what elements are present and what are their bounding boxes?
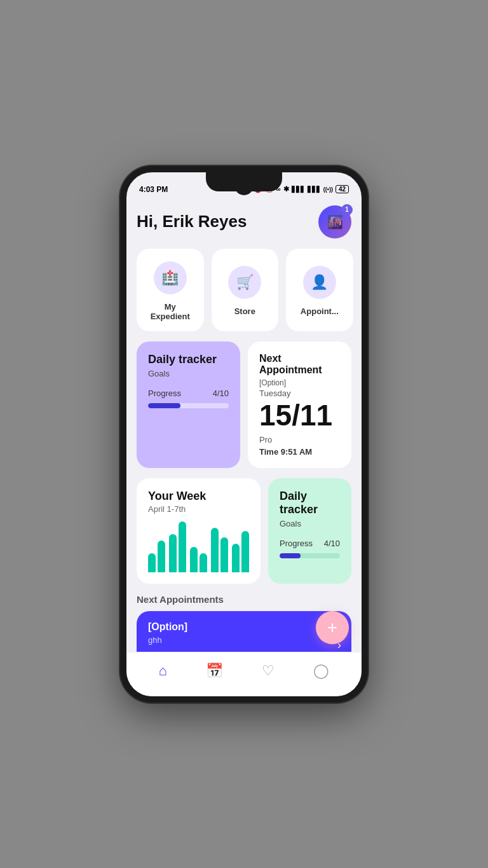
- next-appointments-section-title: Next Appointments: [137, 594, 351, 605]
- tracker-green-progress-row: Progress 4/10: [280, 539, 340, 548]
- tracker-purple-title: Daily tracker: [148, 353, 229, 366]
- appoint-icon: 👤: [303, 266, 336, 299]
- bar-group: [148, 541, 165, 572]
- home-icon: ⌂: [159, 663, 167, 679]
- bar: [200, 553, 207, 572]
- appt-date-big: 15/11: [259, 401, 340, 430]
- week-subtitle: April 1-7th: [148, 504, 249, 514]
- calendar-icon: 📅: [206, 663, 223, 679]
- quick-card-appoint[interactable]: 👤 Appoint...: [286, 249, 353, 331]
- tracker-purple-progress-value: 4/10: [213, 389, 229, 398]
- avatar-wrap[interactable]: 🌆 1: [318, 205, 351, 238]
- appt-time-row: Time 9:51 AM: [259, 447, 340, 457]
- status-icons: 🔕⏰∞ ✱▋▋▋▋▋▋((•)) 42: [254, 185, 349, 193]
- appt-list-title: [Option]: [148, 621, 340, 633]
- quick-card-store[interactable]: 🛒 Store: [212, 249, 279, 331]
- main-grid-bottom: Your Week April 1-7th Daily tracker Goal…: [137, 478, 351, 584]
- appt-list-sub: ghh: [148, 635, 340, 645]
- next-appointment-card[interactable]: Next Appointment [Option] Tuesday 15/11 …: [248, 341, 351, 468]
- main-scroll: Hi, Erik Reyes 🌆 1 🏥 My Expedient 🛒 Stor…: [126, 200, 362, 652]
- bar: [211, 528, 219, 572]
- appt-day: Tuesday: [259, 389, 340, 398]
- tracker-purple-progress-track: [148, 403, 229, 408]
- profile-icon: ◯: [313, 663, 329, 679]
- store-icon: 🛒: [228, 266, 261, 299]
- expedient-icon: 🏥: [154, 261, 187, 294]
- bottom-nav: ⌂ 📅 ♡ ◯: [126, 652, 362, 696]
- bar: [158, 541, 165, 572]
- bar: [179, 521, 186, 572]
- quick-card-expedient[interactable]: 🏥 My Expedient: [137, 249, 204, 331]
- bar-group: [190, 547, 207, 572]
- tracker-purple-subtitle: Goals: [148, 369, 229, 378]
- notification-badge: 1: [341, 204, 353, 216]
- tracker-green-progress-fill: [280, 553, 301, 558]
- tracker-green-progress-label: Progress: [280, 539, 313, 548]
- appoint-label: Appoint...: [301, 307, 339, 316]
- tracker-purple-progress-label: Progress: [148, 389, 181, 398]
- bar-group: [232, 531, 249, 572]
- bar: [169, 534, 177, 572]
- week-bar-chart: [148, 521, 249, 572]
- daily-tracker-purple-card[interactable]: Daily tracker Goals Progress 4/10: [137, 341, 240, 468]
- bar: [148, 553, 156, 572]
- appt-pro: Pro: [259, 435, 340, 444]
- tracker-green-progress-track: [280, 553, 340, 558]
- tracker-green-progress-value: 4/10: [324, 539, 340, 548]
- tracker-green-subtitle: Goals: [280, 519, 340, 528]
- tracker-green-title: Daily tracker: [280, 490, 340, 516]
- nav-heart[interactable]: ♡: [262, 663, 274, 679]
- tracker-purple-progress-fill: [148, 403, 180, 408]
- quick-actions-row: 🏥 My Expedient 🛒 Store 👤 Appoint...: [137, 249, 351, 331]
- add-appointment-fab[interactable]: +: [316, 611, 349, 644]
- nav-profile[interactable]: ◯: [313, 663, 329, 679]
- status-time: 4:03 PM: [139, 185, 168, 194]
- appt-time-value: 9:51 AM: [281, 447, 312, 457]
- appt-time-label: Time: [259, 447, 278, 457]
- bar: [190, 547, 198, 572]
- heart-icon: ♡: [262, 663, 274, 679]
- main-grid-top: Daily tracker Goals Progress 4/10 Next A…: [137, 341, 351, 468]
- status-bar: 4:03 PM 🔕⏰∞ ✱▋▋▋▋▋▋((•)) 42: [126, 172, 362, 200]
- nav-calendar[interactable]: 📅: [206, 663, 223, 679]
- daily-tracker-green-card[interactable]: Daily tracker Goals Progress 4/10: [268, 478, 351, 584]
- nav-home[interactable]: ⌂: [159, 663, 167, 679]
- bar: [232, 544, 240, 572]
- store-label: Store: [234, 307, 255, 316]
- bar: [220, 537, 228, 572]
- bar: [241, 531, 249, 572]
- header-row: Hi, Erik Reyes 🌆 1: [137, 205, 351, 238]
- expedient-label: My Expedient: [144, 302, 196, 321]
- appt-card-title: Next Appointment: [259, 353, 340, 376]
- bar-group: [211, 528, 228, 572]
- bar-group: [169, 521, 186, 572]
- tracker-purple-progress-row: Progress 4/10: [148, 389, 229, 398]
- your-week-card[interactable]: Your Week April 1-7th: [137, 478, 261, 584]
- appt-option: [Option]: [259, 378, 340, 387]
- greeting-text: Hi, Erik Reyes: [137, 212, 247, 231]
- week-title: Your Week: [148, 490, 249, 503]
